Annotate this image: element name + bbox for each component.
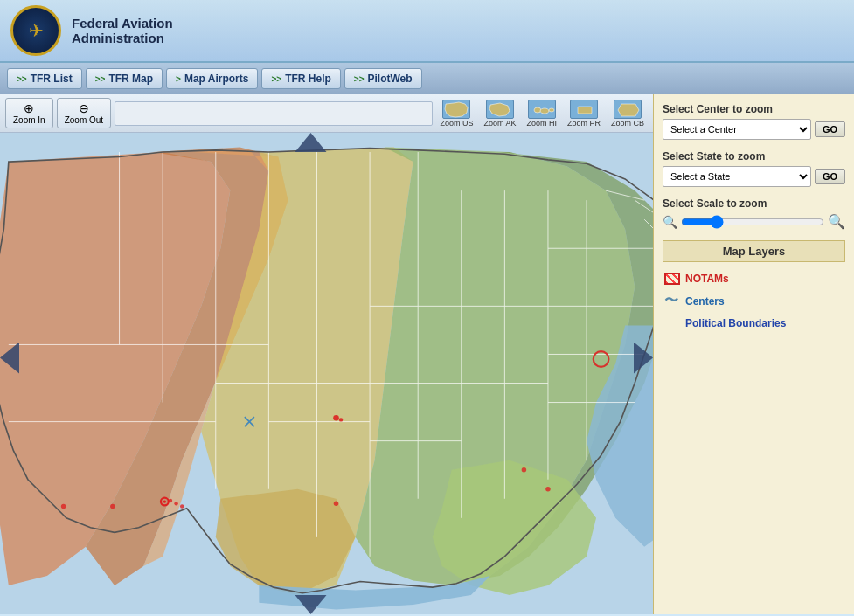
zoom-us-button[interactable]: Zoom US	[436, 98, 476, 129]
svg-point-33	[163, 500, 166, 502]
tab-label: TFR Map	[108, 73, 153, 85]
svg-point-35	[174, 502, 177, 505]
svg-rect-3	[578, 107, 592, 114]
map-toolbar: ⊕ Zoom In ⊖ Zoom Out Zoom US Zoom AK	[0, 94, 653, 133]
zoom-cb-button[interactable]: Zoom CB	[608, 98, 648, 129]
nav-bar: >> TFR List >> TFR Map > Map Airports >>…	[0, 63, 854, 94]
svg-point-1	[540, 108, 549, 114]
select-state-row: Select a State GO	[663, 166, 845, 187]
zoom-out-scale-icon: 🔍	[663, 215, 677, 229]
header-text: Federal Aviation Administration	[72, 16, 173, 45]
notam-layer-icon	[664, 273, 680, 285]
svg-point-34	[169, 499, 172, 502]
layer-centers[interactable]: 〜 Centers	[663, 288, 845, 314]
us-map-icon	[442, 100, 470, 119]
svg-point-2	[549, 108, 554, 112]
svg-point-0	[534, 107, 541, 113]
zoom-in-label: Zoom In	[13, 115, 45, 125]
tab-pilotweb[interactable]: >> PilotWeb	[344, 68, 422, 89]
zoom-hi-label: Zoom HI	[526, 119, 557, 128]
org-line2: Administration	[72, 31, 173, 45]
right-panel: Select Center to zoom Select a Center GO…	[653, 94, 854, 614]
layer-notams[interactable]: NOTAMs	[663, 269, 845, 288]
svg-point-37	[334, 502, 339, 507]
select-scale-label: Select Scale to zoom	[663, 197, 845, 210]
boundaries-layer-label: Political Boundaries	[685, 317, 786, 329]
select-state-dropdown[interactable]: Select a State	[663, 166, 811, 187]
svg-point-31	[339, 418, 343, 421]
tab-arrow: >>	[354, 74, 365, 84]
zoom-hi-button[interactable]: Zoom HI	[523, 98, 560, 129]
zoom-out-label: Zoom Out	[65, 115, 103, 125]
map-layers-section: Map Layers NOTAMs 〜 Centers Political Bo…	[663, 240, 845, 333]
zoom-out-icon: ⊖	[65, 101, 103, 115]
tab-label: TFR Help	[285, 73, 331, 85]
select-state-label: Select State to zoom	[663, 150, 845, 163]
tab-arrow: >>	[17, 74, 27, 84]
zoom-ak-button[interactable]: Zoom AK	[480, 98, 519, 129]
svg-point-36	[180, 504, 184, 508]
scale-row: 🔍 🔍	[663, 213, 845, 230]
app-header: Federal Aviation Administration	[0, 0, 854, 63]
scale-slider[interactable]	[681, 218, 824, 225]
map-layers-title: Map Layers	[663, 240, 845, 262]
zoom-us-label: Zoom US	[440, 119, 473, 128]
select-center-row: Select a Center GO	[663, 119, 845, 140]
select-center-dropdown[interactable]: Select a Center	[663, 119, 811, 140]
address-bar	[115, 101, 433, 126]
svg-point-30	[333, 415, 339, 421]
centers-layer-icon: 〜	[664, 292, 680, 310]
faa-logo	[10, 5, 61, 56]
org-line1: Federal Aviation	[72, 16, 173, 31]
pr-map-icon	[570, 100, 598, 119]
map-container: ⊕ Zoom In ⊖ Zoom Out Zoom US Zoom AK	[0, 94, 653, 614]
tab-label: PilotWeb	[368, 73, 413, 85]
select-center-label: Select Center to zoom	[663, 103, 845, 115]
main-layout: ⊕ Zoom In ⊖ Zoom Out Zoom US Zoom AK	[0, 94, 854, 614]
tab-arrow: >>	[271, 74, 281, 84]
select-center-section: Select Center to zoom Select a Center GO	[663, 103, 845, 140]
zoom-pr-button[interactable]: Zoom PR	[564, 98, 604, 129]
us-map-svg	[0, 133, 653, 614]
tab-tfr-help[interactable]: >> TFR Help	[261, 68, 340, 89]
hi-map-icon	[528, 100, 556, 119]
svg-point-40	[545, 487, 551, 492]
tab-tfr-list[interactable]: >> TFR List	[7, 68, 82, 89]
zoom-cb-label: Zoom CB	[611, 119, 644, 128]
notam-layer-label: NOTAMs	[685, 273, 729, 285]
tab-tfr-map[interactable]: >> TFR Map	[86, 68, 163, 89]
zoom-in-scale-icon: 🔍	[828, 213, 845, 230]
svg-point-41	[61, 504, 66, 509]
zoom-out-button[interactable]: ⊖ Zoom Out	[57, 98, 111, 128]
select-state-go-button[interactable]: GO	[815, 169, 845, 184]
map-viewport[interactable]	[0, 133, 653, 614]
cb-map-icon	[614, 100, 642, 119]
zoom-in-button[interactable]: ⊕ Zoom In	[5, 98, 53, 128]
select-scale-section: Select Scale to zoom 🔍 🔍	[663, 197, 845, 230]
svg-point-39	[110, 504, 115, 509]
ak-map-icon	[486, 100, 514, 119]
svg-point-38	[522, 467, 527, 473]
layer-boundaries[interactable]: Political Boundaries	[663, 314, 845, 333]
centers-layer-label: Centers	[685, 295, 725, 308]
select-state-section: Select State to zoom Select a State GO	[663, 150, 845, 187]
tab-label: TFR List	[31, 73, 73, 85]
zoom-ak-label: Zoom AK	[483, 119, 516, 128]
tab-map-airports[interactable]: > Map Airports	[166, 68, 258, 89]
zoom-in-icon: ⊕	[13, 101, 45, 115]
tab-arrow: >>	[95, 74, 106, 84]
tab-label: Map Airports	[184, 73, 249, 85]
zoom-pr-label: Zoom PR	[567, 119, 601, 128]
tab-arrow: >	[176, 74, 181, 84]
select-center-go-button[interactable]: GO	[815, 121, 845, 137]
